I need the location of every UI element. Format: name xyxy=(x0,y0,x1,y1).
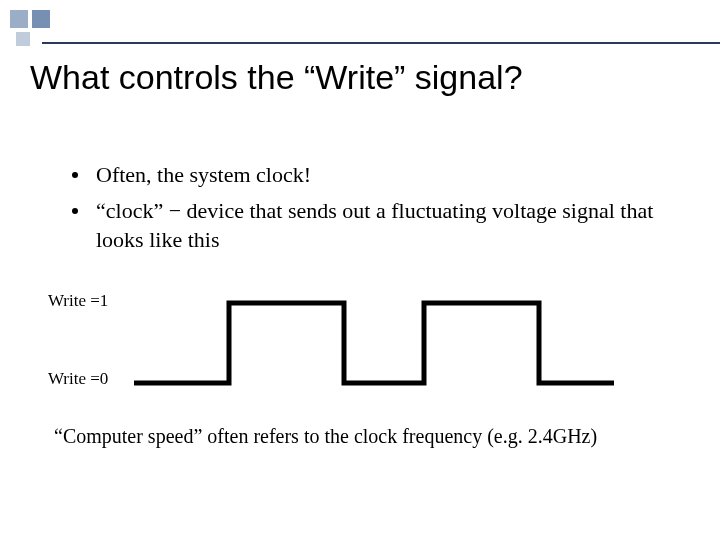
square-icon xyxy=(32,10,50,28)
slide-content: Often, the system clock! “clock” − devic… xyxy=(72,160,680,423)
waveform-high-label: Write =1 xyxy=(48,291,108,311)
bullet-icon xyxy=(72,172,78,178)
bullet-icon xyxy=(72,208,78,214)
clock-waveform-icon xyxy=(134,293,614,393)
square-icon xyxy=(16,32,30,46)
square-icon xyxy=(10,10,28,28)
footnote-text: “Computer speed” often refers to the clo… xyxy=(54,425,597,448)
header-rule xyxy=(42,42,720,44)
bullet-item: Often, the system clock! xyxy=(72,160,680,190)
bullet-text: Often, the system clock! xyxy=(96,160,311,190)
waveform-diagram: Write =1 Write =0 xyxy=(72,283,680,423)
bullet-item: “clock” − device that sends out a fluctu… xyxy=(72,196,680,255)
bullet-text: “clock” − device that sends out a fluctu… xyxy=(96,196,680,255)
waveform-low-label: Write =0 xyxy=(48,369,108,389)
slide-title: What controls the “Write” signal? xyxy=(30,58,523,97)
